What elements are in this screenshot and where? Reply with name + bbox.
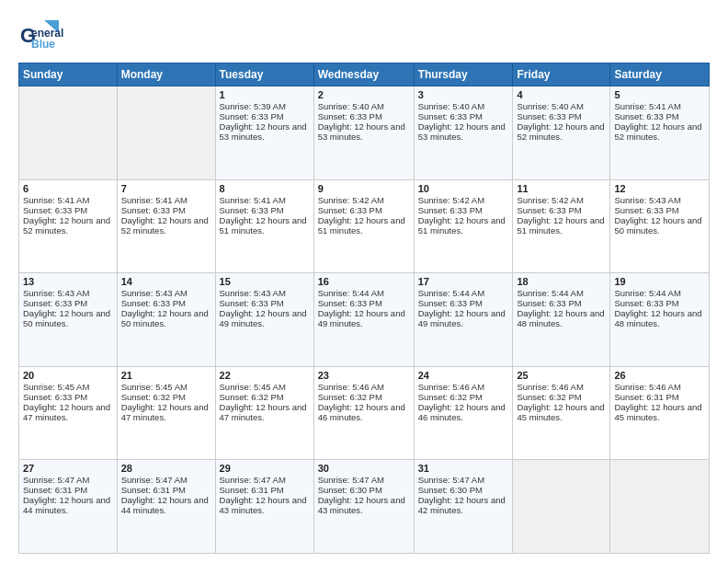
sunset-text: Sunset: 6:32 PM <box>220 392 284 402</box>
daylight-text: Daylight: 12 hours and 50 minutes. <box>121 308 209 328</box>
sunrise-text: Sunrise: 5:42 AM <box>517 195 583 205</box>
day-number: 24 <box>418 370 509 381</box>
sunrise-text: Sunrise: 5:44 AM <box>318 288 384 298</box>
sunset-text: Sunset: 6:31 PM <box>614 392 678 402</box>
day-number: 19 <box>614 276 705 287</box>
week-row-2: 6Sunrise: 5:41 AMSunset: 6:33 PMDaylight… <box>19 179 710 273</box>
day-cell: 5Sunrise: 5:41 AMSunset: 6:33 PMDaylight… <box>610 86 710 180</box>
day-number: 12 <box>614 183 705 194</box>
sunrise-text: Sunrise: 5:44 AM <box>614 288 680 298</box>
page: G eneral Blue SundayMondayTuesdayWednesd… <box>0 0 728 563</box>
daylight-text: Daylight: 12 hours and 42 minutes. <box>418 495 506 515</box>
sunrise-text: Sunrise: 5:40 AM <box>418 101 484 111</box>
day-cell: 11Sunrise: 5:42 AMSunset: 6:33 PMDayligh… <box>513 179 610 273</box>
day-cell: 17Sunrise: 5:44 AMSunset: 6:33 PMDayligh… <box>414 273 513 367</box>
day-number: 3 <box>418 89 509 100</box>
sunset-text: Sunset: 6:30 PM <box>318 485 382 495</box>
day-number: 20 <box>23 370 113 381</box>
day-cell: 15Sunrise: 5:43 AMSunset: 6:33 PMDayligh… <box>215 273 313 367</box>
sunset-text: Sunset: 6:33 PM <box>23 392 87 402</box>
day-cell: 19Sunrise: 5:44 AMSunset: 6:33 PMDayligh… <box>610 273 710 367</box>
svg-text:Blue: Blue <box>31 38 55 51</box>
day-number: 2 <box>318 89 410 100</box>
sunrise-text: Sunrise: 5:43 AM <box>23 288 89 298</box>
day-number: 11 <box>517 183 606 194</box>
day-number: 31 <box>418 463 509 474</box>
daylight-text: Daylight: 12 hours and 44 minutes. <box>23 495 110 515</box>
day-number: 25 <box>517 370 606 381</box>
daylight-text: Daylight: 12 hours and 48 minutes. <box>614 308 701 328</box>
sunrise-text: Sunrise: 5:42 AM <box>418 195 484 205</box>
daylight-text: Daylight: 12 hours and 53 minutes. <box>220 121 307 142</box>
day-cell: 27Sunrise: 5:47 AMSunset: 6:31 PMDayligh… <box>19 460 118 554</box>
sunrise-text: Sunrise: 5:41 AM <box>23 195 89 205</box>
day-number: 13 <box>23 276 113 287</box>
sunrise-text: Sunrise: 5:47 AM <box>318 475 384 485</box>
logo-icon: G eneral Blue <box>18 17 66 55</box>
weekday-header-row: SundayMondayTuesdayWednesdayThursdayFrid… <box>19 63 710 86</box>
sunset-text: Sunset: 6:33 PM <box>220 205 284 215</box>
daylight-text: Daylight: 12 hours and 52 minutes. <box>614 121 701 142</box>
day-number: 6 <box>23 183 113 194</box>
sunset-text: Sunset: 6:32 PM <box>418 392 483 402</box>
day-number: 15 <box>220 276 310 287</box>
daylight-text: Daylight: 12 hours and 47 minutes. <box>121 402 209 422</box>
week-row-4: 20Sunrise: 5:45 AMSunset: 6:33 PMDayligh… <box>19 366 710 460</box>
sunset-text: Sunset: 6:33 PM <box>121 205 186 215</box>
sunrise-text: Sunrise: 5:45 AM <box>121 382 188 392</box>
weekday-thursday: Thursday <box>414 63 513 86</box>
daylight-text: Daylight: 12 hours and 50 minutes. <box>23 308 110 328</box>
day-cell: 3Sunrise: 5:40 AMSunset: 6:33 PMDaylight… <box>414 86 513 180</box>
sunset-text: Sunset: 6:33 PM <box>614 205 678 215</box>
sunset-text: Sunset: 6:33 PM <box>418 205 483 215</box>
daylight-text: Daylight: 12 hours and 43 minutes. <box>220 495 307 515</box>
sunset-text: Sunset: 6:32 PM <box>121 392 186 402</box>
day-number: 14 <box>121 276 211 287</box>
sunset-text: Sunset: 6:33 PM <box>23 205 87 215</box>
sunrise-text: Sunrise: 5:47 AM <box>23 475 89 485</box>
day-number: 26 <box>614 370 705 381</box>
day-number: 9 <box>318 183 410 194</box>
calendar-table: SundayMondayTuesdayWednesdayThursdayFrid… <box>18 63 710 554</box>
day-number: 30 <box>318 463 410 474</box>
sunset-text: Sunset: 6:33 PM <box>517 111 581 121</box>
sunrise-text: Sunrise: 5:45 AM <box>220 382 286 392</box>
day-number: 4 <box>517 89 606 100</box>
day-cell: 29Sunrise: 5:47 AMSunset: 6:31 PMDayligh… <box>215 460 313 554</box>
sunrise-text: Sunrise: 5:41 AM <box>220 195 286 205</box>
sunrise-text: Sunrise: 5:42 AM <box>318 195 384 205</box>
day-cell: 24Sunrise: 5:46 AMSunset: 6:32 PMDayligh… <box>414 366 513 460</box>
daylight-text: Daylight: 12 hours and 47 minutes. <box>220 402 307 422</box>
daylight-text: Daylight: 12 hours and 45 minutes. <box>614 402 701 422</box>
week-row-5: 27Sunrise: 5:47 AMSunset: 6:31 PMDayligh… <box>19 460 710 554</box>
sunset-text: Sunset: 6:33 PM <box>220 111 284 121</box>
sunset-text: Sunset: 6:33 PM <box>418 111 483 121</box>
sunset-text: Sunset: 6:32 PM <box>517 392 581 402</box>
day-number: 22 <box>220 370 310 381</box>
daylight-text: Daylight: 12 hours and 51 minutes. <box>220 215 307 236</box>
weekday-friday: Friday <box>513 63 610 86</box>
sunset-text: Sunset: 6:31 PM <box>220 485 284 495</box>
daylight-text: Daylight: 12 hours and 46 minutes. <box>318 402 405 422</box>
sunrise-text: Sunrise: 5:40 AM <box>517 101 583 111</box>
day-number: 27 <box>23 463 113 474</box>
sunrise-text: Sunrise: 5:46 AM <box>318 382 384 392</box>
weekday-tuesday: Tuesday <box>215 63 313 86</box>
sunrise-text: Sunrise: 5:46 AM <box>418 382 484 392</box>
day-cell: 13Sunrise: 5:43 AMSunset: 6:33 PMDayligh… <box>19 273 118 367</box>
sunset-text: Sunset: 6:30 PM <box>418 485 483 495</box>
day-number: 17 <box>418 276 509 287</box>
day-cell: 30Sunrise: 5:47 AMSunset: 6:30 PMDayligh… <box>313 460 414 554</box>
day-cell <box>117 86 215 180</box>
day-cell: 20Sunrise: 5:45 AMSunset: 6:33 PMDayligh… <box>19 366 118 460</box>
day-number: 29 <box>220 463 310 474</box>
sunrise-text: Sunrise: 5:43 AM <box>121 288 188 298</box>
week-row-3: 13Sunrise: 5:43 AMSunset: 6:33 PMDayligh… <box>19 273 710 367</box>
weekday-monday: Monday <box>117 63 215 86</box>
daylight-text: Daylight: 12 hours and 49 minutes. <box>418 308 506 328</box>
daylight-text: Daylight: 12 hours and 52 minutes. <box>121 215 209 236</box>
day-cell: 1Sunrise: 5:39 AMSunset: 6:33 PMDaylight… <box>215 86 313 180</box>
weekday-saturday: Saturday <box>610 63 710 86</box>
sunrise-text: Sunrise: 5:44 AM <box>418 288 484 298</box>
daylight-text: Daylight: 12 hours and 47 minutes. <box>23 402 110 422</box>
